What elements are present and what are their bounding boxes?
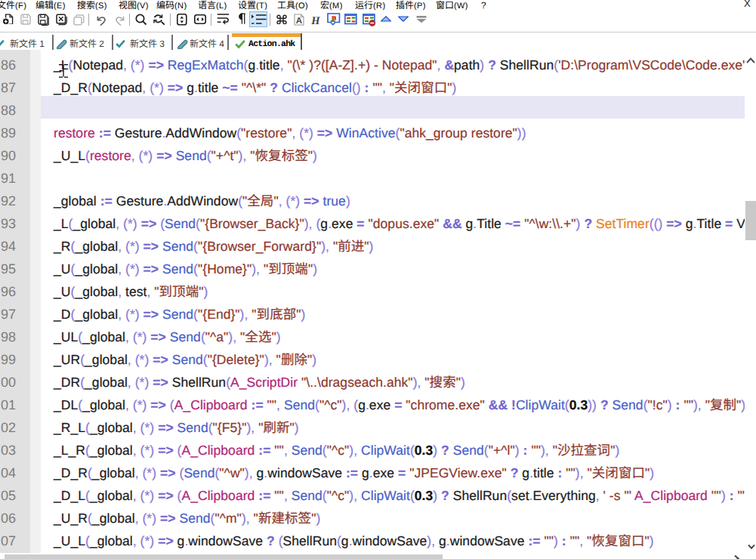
svg-text:H: H	[310, 15, 320, 26]
svg-text:A: A	[296, 17, 302, 26]
